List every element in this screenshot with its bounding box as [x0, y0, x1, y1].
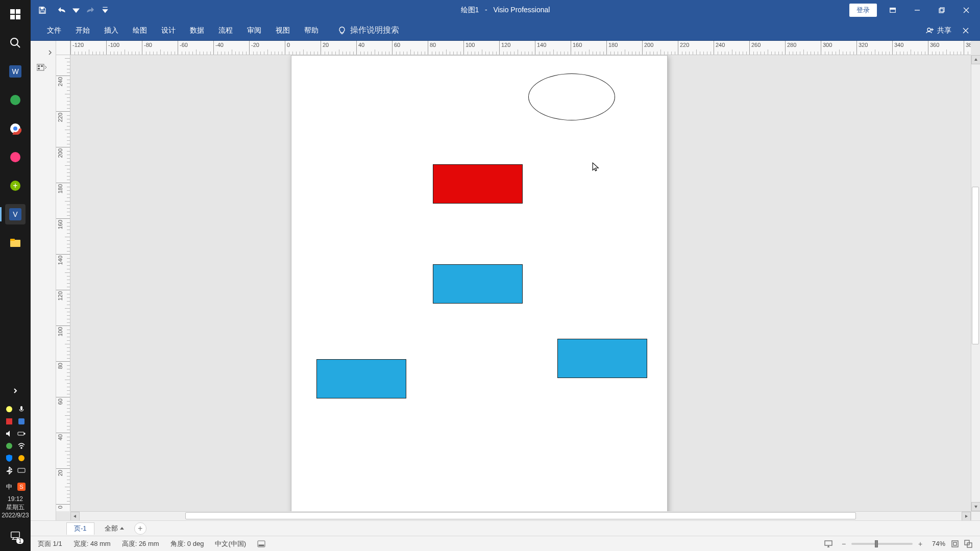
- minimize-icon[interactable]: [905, 0, 929, 20]
- ribbon-display-options-icon[interactable]: [881, 0, 904, 20]
- tray-icon[interactable]: [4, 404, 14, 414]
- vertical-ruler[interactable]: 020406080100120140160180200220240260: [56, 55, 70, 511]
- workspace: -140-120-100-80-60-40-200204060801001201…: [31, 41, 980, 520]
- svg-point-4: [11, 38, 18, 45]
- horizontal-ruler[interactable]: -140-120-100-80-60-40-200204060801001201…: [70, 41, 971, 55]
- scroll-up-icon[interactable]: [971, 55, 980, 64]
- ribbon-tab-3[interactable]: 绘图: [126, 20, 154, 40]
- horizontal-scrollbar[interactable]: [70, 511, 971, 520]
- close-icon[interactable]: [954, 0, 978, 20]
- ribbon-tab-4[interactable]: 设计: [154, 20, 183, 40]
- svg-point-11: [13, 127, 17, 131]
- taskbar-app-icon-2[interactable]: +: [5, 176, 26, 196]
- page-tab-1[interactable]: 页-1: [66, 522, 94, 535]
- ribbon-tab-5[interactable]: 数据: [183, 20, 211, 40]
- action-center-icon[interactable]: 1: [5, 525, 26, 546]
- shape-rect-blue-mid[interactable]: [433, 264, 523, 304]
- scroll-down-icon[interactable]: [971, 502, 980, 511]
- taskbar-explorer-icon[interactable]: [5, 233, 26, 253]
- scroll-left-icon[interactable]: [70, 512, 80, 521]
- tell-me-search[interactable]: 操作说明搜索: [333, 20, 404, 40]
- hscroll-track[interactable]: [80, 512, 962, 521]
- hscroll-thumb[interactable]: [185, 512, 855, 519]
- ribbon-tab-2[interactable]: 插入: [97, 20, 126, 40]
- zoom-out-icon[interactable]: −: [839, 539, 848, 548]
- maximize-icon[interactable]: [930, 0, 953, 20]
- presentation-mode-icon[interactable]: [822, 537, 835, 550]
- tray-shield-icon[interactable]: [4, 453, 14, 463]
- taskbar-search-icon[interactable]: [5, 33, 26, 53]
- ribbon-tab-8[interactable]: 视图: [268, 20, 297, 40]
- status-page[interactable]: 页面 1/1: [38, 539, 62, 548]
- redo-icon[interactable]: [82, 2, 99, 19]
- taskbar-word-icon[interactable]: W: [5, 61, 26, 82]
- ribbon: 文件开始插入绘图设计数据流程审阅视图帮助 操作说明搜索 共享: [31, 20, 980, 41]
- save-icon[interactable]: [34, 2, 51, 19]
- start-menu-icon[interactable]: [5, 4, 26, 24]
- vertical-scrollbar[interactable]: [971, 55, 980, 511]
- svg-point-28: [18, 455, 24, 461]
- tray-microphone-icon[interactable]: [16, 404, 27, 414]
- tray-keyboard-icon[interactable]: [16, 465, 27, 475]
- svg-rect-59: [825, 541, 832, 545]
- drawing-canvas[interactable]: [70, 55, 971, 511]
- all-pages-button[interactable]: 全部: [97, 522, 131, 535]
- taskbar-expand-tray-icon[interactable]: [5, 381, 26, 401]
- chevron-up-icon: [120, 527, 124, 530]
- taskbar-app-icon-1[interactable]: [5, 147, 26, 167]
- status-height[interactable]: 高度: 26 mm: [122, 539, 159, 548]
- taskbar-chrome-icon[interactable]: [5, 118, 26, 139]
- macro-recorder-icon[interactable]: [257, 540, 265, 547]
- status-angle[interactable]: 角度: 0 deg: [170, 539, 204, 548]
- shape-rect-blue-right[interactable]: [557, 339, 647, 378]
- add-page-button[interactable]: +: [134, 522, 146, 535]
- shape-ellipse-1[interactable]: [528, 73, 615, 120]
- svg-rect-34: [40, 11, 44, 13]
- pan-zoom-window-icon[interactable]: [962, 537, 975, 550]
- ribbon-tab-1[interactable]: 开始: [68, 20, 97, 40]
- vscroll-thumb[interactable]: [972, 187, 979, 344]
- ribbon-tab-9[interactable]: 帮助: [297, 20, 326, 40]
- status-width[interactable]: 宽度: 48 mm: [74, 539, 111, 548]
- status-language[interactable]: 中文(中国): [215, 539, 246, 548]
- ime-sogou-icon[interactable]: S: [16, 482, 27, 492]
- stencil-icon[interactable]: [37, 63, 47, 73]
- mouse-cursor-icon: [592, 162, 601, 171]
- sign-in-button[interactable]: 登录: [849, 4, 877, 17]
- zoom-percentage[interactable]: 74%: [932, 540, 945, 547]
- shape-rect-red[interactable]: [433, 164, 523, 204]
- taskbar-clock[interactable]: 19:12 星期五 2022/9/23: [2, 495, 29, 519]
- ribbon-tab-0[interactable]: 文件: [40, 20, 68, 40]
- scroll-right-icon[interactable]: [962, 512, 971, 521]
- undo-icon[interactable]: [53, 2, 70, 19]
- close-document-icon[interactable]: [959, 23, 973, 38]
- svg-rect-42: [940, 8, 944, 12]
- ime-indicator[interactable]: 中: [4, 482, 14, 492]
- ime-row: 中 S: [4, 482, 27, 492]
- share-icon: [926, 27, 934, 35]
- taskbar-visio-icon[interactable]: V: [5, 204, 26, 224]
- tray-bluetooth-icon[interactable]: [4, 465, 14, 475]
- tray-volume-icon[interactable]: [4, 429, 14, 439]
- share-button[interactable]: 共享: [926, 26, 951, 35]
- tray-icon[interactable]: [4, 416, 14, 427]
- ribbon-tab-6[interactable]: 流程: [211, 20, 240, 40]
- zoom-track[interactable]: [851, 543, 913, 545]
- taskbar-edge-legacy-icon[interactable]: [5, 90, 26, 110]
- zoom-in-icon[interactable]: +: [916, 539, 925, 548]
- zoom-slider[interactable]: − +: [839, 539, 925, 548]
- tray-icon[interactable]: [16, 416, 27, 427]
- expand-shapes-pane-icon[interactable]: [47, 48, 53, 57]
- ribbon-tab-7[interactable]: 审阅: [240, 20, 268, 40]
- qat-customize-icon[interactable]: [101, 2, 109, 19]
- shape-rect-blue-left[interactable]: [316, 359, 406, 398]
- zoom-knob[interactable]: [875, 540, 878, 547]
- undo-dropdown-icon[interactable]: [72, 2, 80, 19]
- tray-icon[interactable]: [16, 453, 27, 463]
- title-bar: 绘图1 - Visio Professional 登录: [31, 0, 980, 20]
- fit-to-window-icon[interactable]: [948, 537, 962, 550]
- vscroll-track[interactable]: [971, 64, 980, 502]
- tray-wifi-icon[interactable]: [16, 441, 27, 451]
- tray-battery-icon[interactable]: [16, 429, 27, 439]
- tray-icon[interactable]: [4, 441, 14, 451]
